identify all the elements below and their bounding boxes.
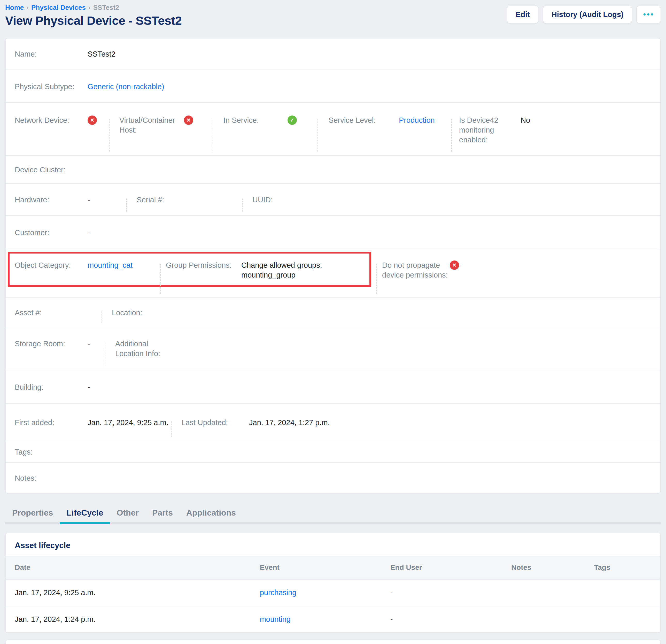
row-status-flags: Network Device: ✕ Virtual/Container Host…	[6, 102, 660, 155]
row-storage-room: Storage Room: - Additional Location Info…	[6, 327, 660, 370]
event-mounting-link[interactable]: mounting	[260, 615, 291, 623]
serial-label: Serial #:	[137, 195, 210, 205]
in-service-yes-icon: ✓	[287, 116, 297, 125]
lifecycle-table-header: Date Event End User Notes Tags	[6, 556, 660, 579]
lifecycle-event-link: purchasing	[260, 589, 390, 597]
service-level-link[interactable]: Production	[399, 115, 435, 125]
header-actions: Edit History (Audit Logs) •••	[507, 6, 661, 23]
name-value: SSTest2	[88, 49, 116, 59]
row-name: Name: SSTest2	[6, 38, 660, 70]
lifecycle-row: Jan. 17, 2024, 1:24 p.m. mounting -	[6, 606, 660, 632]
customer-value: -	[88, 228, 90, 238]
row-customer: Customer: -	[6, 215, 660, 249]
asset-lifecycle-title: Asset lifecycle	[6, 533, 660, 556]
first-added-label: First added:	[15, 418, 88, 428]
last-updated-label: Last Updated:	[181, 418, 249, 428]
column-header-event: Event	[260, 563, 390, 572]
lifecycle-date: Jan. 17, 2024, 1:24 p.m.	[15, 615, 260, 624]
first-added-value: Jan. 17, 2024, 9:25 a.m.	[88, 418, 169, 428]
virtual-container-host-no-icon: ✕	[184, 116, 193, 125]
do-not-propagate-label: Do not propagate device permissions:	[382, 260, 450, 280]
page-header: Home›Physical Devices›SSTest2 View Physi…	[5, 0, 661, 28]
object-category-label: Object Category:	[15, 260, 88, 270]
breadcrumb-current: SSTest2	[93, 4, 119, 11]
edit-button[interactable]: Edit	[507, 6, 538, 23]
lifecycle-end-user: -	[390, 589, 511, 597]
customer-label: Customer:	[15, 228, 88, 238]
object-category-link[interactable]: mounting_cat	[88, 260, 133, 270]
tags-label: Tags:	[15, 447, 88, 457]
row-object-category: Object Category: mounting_cat Group Perm…	[6, 249, 660, 297]
lifecycle-row: Jan. 17, 2024, 9:25 a.m. purchasing -	[6, 579, 660, 606]
device-details-card: Name: SSTest2 Physical Subtype: Generic …	[5, 38, 661, 493]
do-not-propagate-no-icon: ✕	[450, 261, 459, 270]
asset-lifecycle-card: Asset lifecycle Date Event End User Note…	[5, 533, 661, 633]
column-header-date: Date	[15, 563, 260, 572]
in-service-label: In Service:	[224, 115, 287, 125]
detail-tabs: Properties LifeCycle Other Parts Applica…	[5, 508, 661, 524]
d42-monitoring-label: Is Device42 monitoring enabled:	[459, 115, 521, 145]
more-actions-button[interactable]: •••	[636, 6, 661, 23]
row-asset-location: Asset #: Location:	[6, 297, 660, 327]
row-dates: First added: Jan. 17, 2024, 9:25 a.m. La…	[6, 403, 660, 441]
hardware-value: -	[88, 195, 90, 205]
lifecycle-date: Jan. 17, 2024, 9:25 a.m.	[15, 589, 260, 597]
network-device-no-icon: ✕	[88, 116, 97, 125]
group-permissions-label: Group Permissions:	[166, 260, 241, 270]
lifecycle-event-link: mounting	[260, 615, 390, 624]
history-audit-logs-button[interactable]: History (Audit Logs)	[543, 6, 632, 23]
row-notes: Notes:	[6, 462, 660, 493]
page: Home›Physical Devices›SSTest2 View Physi…	[0, 0, 666, 644]
name-label: Name:	[15, 49, 88, 59]
uuid-label: UUID:	[252, 195, 325, 205]
tab-other[interactable]: Other	[110, 508, 145, 522]
building-label: Building:	[15, 382, 88, 392]
tab-lifecycle[interactable]: LifeCycle	[60, 508, 110, 522]
column-header-end-user: End User	[390, 563, 511, 572]
last-updated-value: Jan. 17, 2024, 1:27 p.m.	[249, 418, 330, 428]
device-cluster-label: Device Cluster:	[15, 165, 88, 175]
lifecycle-end-user: -	[390, 615, 511, 624]
next-card-top-edge	[5, 640, 661, 644]
breadcrumb-physical-devices-link[interactable]: Physical Devices	[31, 4, 86, 11]
additional-location-info-label: Additional Location Info:	[115, 339, 178, 359]
row-physical-subtype: Physical Subtype: Generic (non-rackable)	[6, 70, 660, 102]
row-building: Building: -	[6, 370, 660, 403]
physical-subtype-link[interactable]: Generic (non-rackable)	[88, 82, 164, 91]
network-device-label: Network Device:	[15, 115, 88, 125]
breadcrumb-separator: ›	[86, 4, 93, 11]
tab-applications[interactable]: Applications	[179, 508, 243, 522]
asset-number-label: Asset #:	[15, 308, 88, 318]
tab-parts[interactable]: Parts	[145, 508, 179, 522]
storage-room-value: -	[88, 339, 90, 349]
row-device-cluster: Device Cluster:	[6, 155, 660, 183]
physical-subtype-label: Physical Subtype:	[15, 82, 88, 91]
building-value: -	[88, 382, 90, 392]
hardware-label: Hardware:	[15, 195, 88, 205]
event-purchasing-link[interactable]: purchasing	[260, 589, 297, 597]
tab-properties[interactable]: Properties	[5, 508, 60, 522]
group-permissions-value: Change allowed groups: mounting_group	[241, 260, 376, 280]
virtual-container-host-label: Virtual/Container Host:	[119, 115, 184, 135]
row-hardware: Hardware: - Serial #: UUID:	[6, 183, 660, 215]
breadcrumb-separator: ›	[24, 4, 31, 11]
column-header-tags: Tags	[594, 563, 651, 572]
breadcrumb-home-link[interactable]: Home	[5, 4, 24, 11]
location-label: Location:	[112, 308, 185, 318]
storage-room-label: Storage Room:	[15, 339, 88, 349]
notes-label: Notes:	[15, 473, 88, 483]
column-header-notes: Notes	[511, 563, 594, 572]
service-level-label: Service Level:	[329, 115, 399, 125]
row-tags: Tags:	[6, 441, 660, 462]
d42-monitoring-value: No	[521, 115, 530, 125]
